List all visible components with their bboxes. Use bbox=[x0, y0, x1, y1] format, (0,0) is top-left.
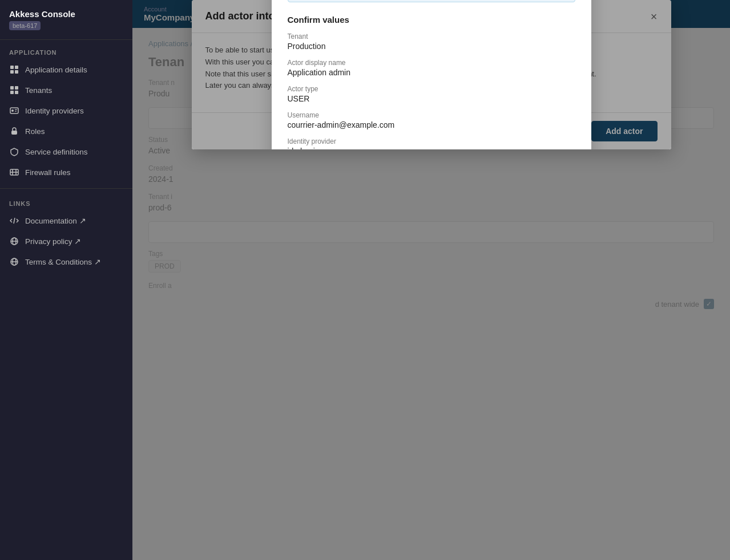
svg-rect-7 bbox=[15, 91, 18, 94]
identity-provider-label: Identity provider bbox=[288, 137, 575, 145]
sidebar-item-terms-conditions[interactable]: Terms & Conditions ↗ bbox=[0, 251, 132, 272]
sidebar: Akkess Console beta-617 APPLICATION Appl… bbox=[0, 0, 132, 560]
svg-rect-12 bbox=[11, 131, 17, 135]
sidebar-item-label: Service definitions bbox=[25, 148, 88, 156]
terms-icon bbox=[9, 257, 19, 267]
sidebar-section-links: LINKS bbox=[0, 194, 132, 210]
sidebar-item-documentation[interactable]: Documentation ↗ bbox=[0, 210, 132, 231]
svg-rect-6 bbox=[10, 91, 14, 94]
inner-modal: Confirm actor i Note that the actor is a… bbox=[272, 0, 591, 149]
tenant-confirm-label: Tenant bbox=[288, 33, 575, 40]
tenant-confirm-value: Production bbox=[288, 42, 575, 51]
main-area: Account MyCompanyName Applications / Log… bbox=[132, 0, 730, 560]
actor-type-row: Actor type USER bbox=[288, 85, 575, 103]
sidebar-item-label: Tenants bbox=[25, 86, 52, 95]
svg-rect-5 bbox=[15, 86, 18, 90]
username-label: Username bbox=[288, 111, 575, 119]
shield-icon bbox=[9, 147, 19, 157]
sidebar-header: Akkess Console beta-617 bbox=[0, 0, 132, 40]
svg-rect-3 bbox=[15, 70, 18, 74]
sidebar-item-service-definitions[interactable]: Service definitions bbox=[0, 141, 132, 162]
sidebar-item-label: Application details bbox=[25, 66, 87, 74]
svg-line-17 bbox=[14, 218, 15, 224]
id-icon bbox=[9, 105, 19, 116]
actor-type-value: USER bbox=[288, 94, 575, 103]
identity-provider-value: idp.basic bbox=[288, 147, 575, 149]
username-row: Username courrier-admin@example.com bbox=[288, 111, 575, 129]
firewall-icon bbox=[9, 167, 19, 177]
grid-icon-2 bbox=[9, 85, 19, 95]
sidebar-item-application-details[interactable]: Application details bbox=[0, 59, 132, 80]
grid-icon bbox=[9, 64, 19, 75]
inner-modal-body: Confirm actor i Note that the actor is a… bbox=[272, 0, 591, 149]
sidebar-item-label: Terms & Conditions ↗ bbox=[25, 257, 101, 266]
sidebar-item-roles[interactable]: Roles bbox=[0, 121, 132, 141]
actor-display-name-value: Application admin bbox=[288, 68, 575, 77]
sidebar-item-privacy-policy[interactable]: Privacy policy ↗ bbox=[0, 231, 132, 251]
actor-display-name-label: Actor display name bbox=[288, 59, 575, 67]
app-name: Akkess Console bbox=[9, 9, 123, 19]
confirm-values-title: Confirm values bbox=[288, 15, 575, 25]
globe-icon bbox=[9, 236, 19, 246]
lock-icon bbox=[9, 126, 19, 136]
actor-display-name-row: Actor display name Application admin bbox=[288, 59, 575, 77]
svg-rect-2 bbox=[10, 70, 14, 74]
info-box: i Note that the actor is assigned to the… bbox=[288, 0, 575, 2]
modal-overlay: Add actor into tenant 'Production' × To … bbox=[132, 0, 730, 560]
identity-provider-row: Identity provider idp.basic bbox=[288, 137, 575, 149]
sidebar-item-tenants[interactable]: Tenants bbox=[0, 80, 132, 100]
sidebar-section-application: APPLICATION bbox=[0, 40, 132, 59]
actor-type-label: Actor type bbox=[288, 85, 575, 93]
sidebar-item-label: Firewall rules bbox=[25, 168, 71, 177]
sidebar-item-label: Documentation ↗ bbox=[25, 216, 86, 225]
svg-rect-1 bbox=[15, 66, 18, 69]
username-value: courrier-admin@example.com bbox=[288, 120, 575, 129]
sidebar-item-label: Identity providers bbox=[25, 107, 84, 115]
svg-point-9 bbox=[11, 109, 14, 112]
svg-rect-4 bbox=[10, 86, 14, 90]
code-icon bbox=[9, 216, 19, 226]
sidebar-item-label: Privacy policy ↗ bbox=[25, 237, 81, 246]
inner-modal-overlay: Confirm actor i Note that the actor is a… bbox=[192, 0, 671, 149]
svg-rect-0 bbox=[10, 66, 14, 69]
sidebar-item-identity-providers[interactable]: Identity providers bbox=[0, 100, 132, 121]
outer-modal: Add actor into tenant 'Production' × To … bbox=[192, 0, 671, 149]
sidebar-item-firewall-rules[interactable]: Firewall rules bbox=[0, 162, 132, 182]
app-badge: beta-617 bbox=[9, 21, 41, 30]
tenant-row: Tenant Production bbox=[288, 33, 575, 51]
sidebar-item-label: Roles bbox=[25, 127, 45, 136]
